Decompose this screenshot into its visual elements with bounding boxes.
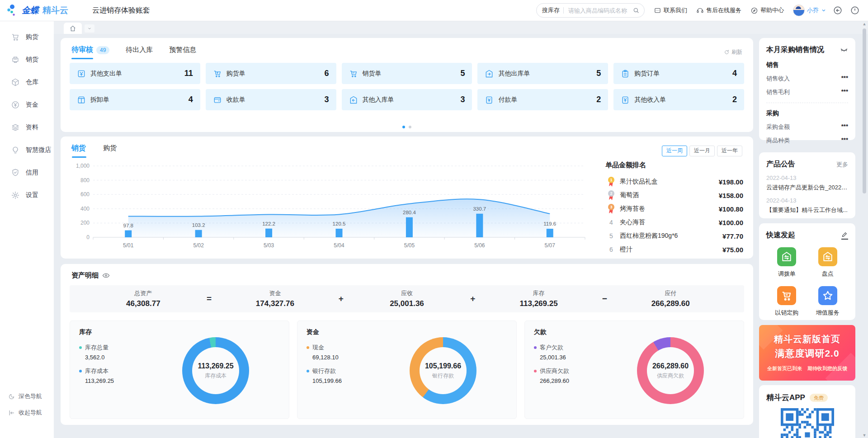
power-circle-button[interactable]: [850, 5, 861, 16]
sidebar-item-3[interactable]: 资金: [0, 94, 54, 116]
pending-doc-card-7[interactable]: 其他入库单 3: [342, 89, 472, 110]
pager-dot-0[interactable]: [402, 126, 405, 128]
quick-action-1[interactable]: 盘点: [818, 247, 837, 278]
announcements-more-link[interactable]: 更多: [836, 160, 848, 169]
purchase-by-sales-cart-icon[interactable]: [777, 286, 796, 305]
sidebar-item-1[interactable]: 销货: [0, 48, 54, 71]
sidebar-item-7[interactable]: 设置: [0, 184, 54, 207]
transfer-house-icon[interactable]: [777, 247, 796, 266]
stocktake-house-icon[interactable]: [818, 247, 837, 266]
pending-doc-card-6[interactable]: 收款单 3: [206, 89, 336, 110]
user-avatar[interactable]: [793, 5, 805, 16]
range-button-1[interactable]: 近一月: [689, 146, 715, 156]
search-scope-label[interactable]: 搜库存: [542, 6, 560, 14]
quick-action-label[interactable]: 调拨单: [778, 270, 796, 278]
eye-closed-icon[interactable]: [840, 47, 848, 53]
product-name[interactable]: 烤海苔卷: [620, 205, 714, 213]
pending-tab-2[interactable]: 预警信息: [169, 46, 196, 59]
pending-doc-card-8[interactable]: 付款单 2: [477, 89, 608, 110]
doc-type-label[interactable]: 拆卸单: [90, 96, 109, 104]
sidebar-item-label[interactable]: 销货: [26, 56, 38, 64]
trade-tab-1[interactable]: 购货: [103, 144, 117, 158]
sidebar-item-0[interactable]: 购货: [0, 26, 54, 48]
edit-pencil-icon[interactable]: [841, 231, 848, 240]
sidebar-footer-label[interactable]: 深色导航: [19, 392, 42, 400]
header-link-label[interactable]: 帮助中心: [760, 6, 784, 14]
eye-icon[interactable]: [102, 272, 110, 279]
announcement-link-0[interactable]: 云进销存产品更新公告_20220...: [766, 184, 848, 192]
search-input[interactable]: [567, 7, 629, 14]
sidebar-footer-1[interactable]: 收起导航: [0, 405, 54, 421]
quick-action-label[interactable]: 以销定购: [775, 309, 798, 317]
sidebar-item-label[interactable]: 信用: [26, 169, 38, 177]
pending-tab-1[interactable]: 待出入库: [126, 46, 153, 59]
sidebar-item-2[interactable]: 仓库: [0, 71, 54, 94]
search-icon[interactable]: [632, 7, 640, 14]
scroll-down-arrow[interactable]: ▼: [862, 433, 867, 438]
doc-type-label[interactable]: 付款单: [498, 96, 517, 104]
ranking-item-1[interactable]: 2 葡萄酒 ¥158.00: [605, 188, 743, 202]
ranking-item-5[interactable]: 6 橙汁 ¥75.00: [605, 243, 743, 256]
sidebar-item-label[interactable]: 设置: [26, 191, 38, 199]
ranking-item-4[interactable]: 5 西红柿意粉酱190g*6 ¥77.70: [605, 229, 743, 243]
range-button-0[interactable]: 近一周: [662, 146, 687, 156]
pending-doc-card-5[interactable]: 拆卸单 4: [70, 89, 200, 110]
quick-action-label[interactable]: 增值服务: [816, 309, 840, 317]
doc-type-label[interactable]: 其他出库单: [498, 70, 530, 78]
sidebar-item-4[interactable]: 资料: [0, 116, 54, 139]
product-name[interactable]: 西红柿意粉酱190g*6: [620, 232, 718, 240]
pending-tab-0[interactable]: 待审核 49: [71, 45, 109, 59]
ranking-item-0[interactable]: 1 果汁饮品礼盒 ¥198.00: [605, 175, 743, 188]
pager-dot-1[interactable]: [409, 126, 411, 128]
header-link-0[interactable]: 联系我们: [654, 6, 687, 14]
pending-tab-label[interactable]: 待出入库: [126, 46, 153, 54]
quick-action-2[interactable]: 以销定购: [775, 286, 798, 317]
doc-type-label[interactable]: 其他收入单: [634, 96, 666, 104]
announcement-link-1[interactable]: 【重要通知】精斗云工作台域...: [766, 206, 848, 214]
range-button-2[interactable]: 近一年: [717, 146, 742, 156]
history-circle-button[interactable]: [833, 5, 844, 16]
pending-doc-card-0[interactable]: 其他支出单 11: [70, 63, 200, 84]
quick-action-0[interactable]: 调拨单: [777, 247, 796, 278]
quick-action-3[interactable]: 增值服务: [816, 286, 840, 317]
sidebar-item-6[interactable]: 信用: [0, 161, 54, 184]
search-box[interactable]: 搜库存: [536, 3, 645, 18]
header-link-2[interactable]: 帮助中心: [750, 6, 784, 14]
trade-tab-0[interactable]: 销货: [71, 144, 86, 158]
product-name[interactable]: 果汁饮品礼盒: [620, 178, 714, 186]
header-link-1[interactable]: 售后在线服务: [696, 6, 741, 14]
pending-tab-label[interactable]: 预警信息: [169, 46, 196, 54]
sidebar-item-label[interactable]: 购货: [26, 33, 38, 41]
pending-doc-card-4[interactable]: 购货订单 4: [613, 63, 744, 84]
sidebar-item-label[interactable]: 资料: [26, 123, 38, 132]
user-name[interactable]: 小乔: [807, 6, 819, 14]
scrollbar-thumb[interactable]: [863, 28, 866, 193]
sidebar-item-label[interactable]: 资金: [26, 101, 38, 109]
tab-dropdown[interactable]: [85, 24, 94, 33]
product-name[interactable]: 橙汁: [620, 245, 718, 254]
sidebar-item-5[interactable]: 智慧微店: [0, 139, 54, 161]
header-link-label[interactable]: 售后在线服务: [706, 6, 741, 14]
pending-doc-card-1[interactable]: 购货单 6: [206, 63, 336, 84]
product-name[interactable]: 夹心海苔: [620, 218, 714, 226]
doc-type-label[interactable]: 购货订单: [634, 70, 660, 78]
ranking-item-2[interactable]: 3 烤海苔卷 ¥100.80: [605, 202, 743, 216]
pending-tab-label[interactable]: 待审核: [71, 45, 93, 55]
ranking-item-3[interactable]: 4 夹心海苔 ¥100.00: [605, 216, 743, 229]
pending-doc-card-3[interactable]: 其他出库单 5: [477, 63, 608, 84]
doc-type-label[interactable]: 其他入库单: [363, 96, 394, 104]
sidebar-item-label[interactable]: 智慧微店: [26, 146, 51, 154]
home-tab[interactable]: [64, 23, 82, 34]
value-added-star-icon[interactable]: [818, 286, 837, 305]
doc-type-label[interactable]: 其他支出单: [90, 70, 122, 78]
pending-doc-card-9[interactable]: 其他收入单 2: [613, 89, 744, 110]
sidebar-footer-0[interactable]: 深色导航: [0, 388, 54, 405]
pending-doc-card-2[interactable]: 销货单 5: [342, 63, 472, 84]
quick-action-label[interactable]: 盘点: [822, 270, 834, 278]
user-menu[interactable]: 小乔: [793, 5, 826, 16]
scroll-up-arrow[interactable]: ▲: [862, 21, 867, 27]
sidebar-footer-label[interactable]: 收起导航: [19, 409, 42, 417]
survey-banner[interactable]: 精斗云新版首页 满意度调研2.0 全新首页已到来 期待收到您的反馈: [759, 325, 855, 381]
chevron-down-icon[interactable]: [821, 8, 826, 13]
doc-type-label[interactable]: 销货单: [363, 70, 382, 78]
